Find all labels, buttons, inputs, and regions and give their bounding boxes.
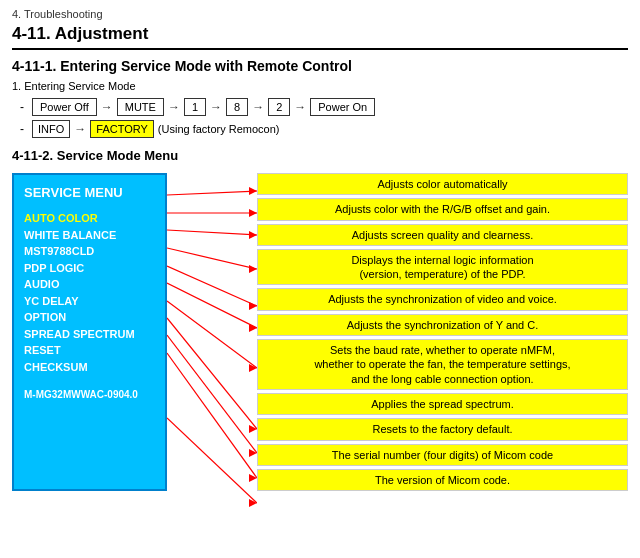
arrow-4: → — [252, 100, 264, 114]
subsection2-title: 4-11-2. Service Mode Menu — [12, 148, 628, 163]
subsection1-title: 4-11-1. Entering Service Mode with Remot… — [12, 58, 628, 74]
svg-marker-18 — [249, 425, 257, 433]
dash-2: - — [20, 122, 24, 136]
menu-item-checksum: CHECKSUM — [24, 359, 155, 376]
arrow-3: → — [210, 100, 222, 114]
desc-10: The version of Micom code. — [257, 469, 628, 491]
menu-item-mst9788cld: MST9788CLD — [24, 243, 155, 260]
svg-marker-16 — [249, 324, 257, 332]
seq-factory: FACTORY — [90, 120, 154, 138]
desc-7: Applies the spread spectrum. — [257, 393, 628, 415]
menu-item-auto-color: AUTO COLOR — [24, 210, 155, 227]
svg-marker-19 — [249, 449, 257, 457]
seq-1: 1 — [184, 98, 206, 116]
svg-line-4 — [167, 266, 257, 306]
svg-marker-11 — [249, 187, 257, 195]
breadcrumb: 4. Troubleshooting — [12, 8, 628, 20]
sequence-row-1: - Power Off → MUTE → 1 → 8 → 2 → Power O… — [20, 98, 628, 116]
desc-8: Resets to the factory default. — [257, 418, 628, 440]
seq-power-off: Power Off — [32, 98, 97, 116]
desc-0: Adjusts color automatically — [257, 173, 628, 195]
section-title: 4-11. Adjustment — [12, 24, 628, 50]
menu-item-option: OPTION — [24, 309, 155, 326]
menu-item-audio: AUDIO — [24, 276, 155, 293]
svg-line-5 — [167, 283, 257, 328]
sequence-row-2: - INFO → FACTORY (Using factory Remocon) — [20, 120, 628, 138]
svg-line-10 — [167, 418, 257, 503]
service-menu-title: SERVICE MENU — [24, 185, 155, 200]
seq-power-on: Power On — [310, 98, 375, 116]
dash-1: - — [20, 100, 24, 114]
using-remocon-text: (Using factory Remocon) — [158, 123, 280, 135]
desc-9: The serial number (four digits) of Micom… — [257, 444, 628, 466]
service-mode-label: 1. Entering Service Mode — [12, 80, 628, 92]
menu-item-reset: RESET — [24, 342, 155, 359]
svg-marker-12 — [249, 209, 257, 217]
desc-3: Displays the internal logic information … — [257, 249, 628, 286]
service-mode-diagram: SERVICE MENU AUTO COLOR WHITE BALANCE MS… — [12, 173, 628, 491]
arrows-container — [167, 173, 257, 491]
arrow-6: → — [74, 122, 86, 136]
desc-4: Adjusts the synchronization of video and… — [257, 288, 628, 310]
desc-1: Adjusts color with the R/G/B offset and … — [257, 198, 628, 220]
seq-2: 2 — [268, 98, 290, 116]
svg-marker-14 — [249, 265, 257, 273]
menu-item-pdp-logic: PDP LOGIC — [24, 260, 155, 277]
svg-line-2 — [167, 230, 257, 235]
arrow-2: → — [168, 100, 180, 114]
seq-info: INFO — [32, 120, 70, 138]
model-number: M-MG32MWWAC-0904.0 — [24, 389, 155, 400]
arrow-1: → — [101, 100, 113, 114]
seq-8: 8 — [226, 98, 248, 116]
service-menu-box: SERVICE MENU AUTO COLOR WHITE BALANCE MS… — [12, 173, 167, 491]
svg-line-0 — [167, 191, 257, 195]
svg-marker-15 — [249, 302, 257, 310]
arrows-svg — [167, 173, 257, 553]
desc-5: Adjusts the synchronization of Y and C. — [257, 314, 628, 336]
svg-marker-13 — [249, 231, 257, 239]
svg-line-9 — [167, 353, 257, 478]
desc-2: Adjusts screen quality and clearness. — [257, 224, 628, 246]
desc-6: Sets the baud rate, whether to operate n… — [257, 339, 628, 390]
svg-marker-21 — [249, 499, 257, 507]
seq-mute: MUTE — [117, 98, 164, 116]
arrow-5: → — [294, 100, 306, 114]
descriptions-area: Adjusts color automatically Adjusts colo… — [257, 173, 628, 491]
svg-line-8 — [167, 335, 257, 453]
svg-marker-20 — [249, 474, 257, 482]
menu-item-white-balance: WHITE BALANCE — [24, 227, 155, 244]
menu-item-spread-spectrum: SPREAD SPECTRUM — [24, 326, 155, 343]
svg-line-3 — [167, 248, 257, 269]
menu-item-yc-delay: YC DELAY — [24, 293, 155, 310]
